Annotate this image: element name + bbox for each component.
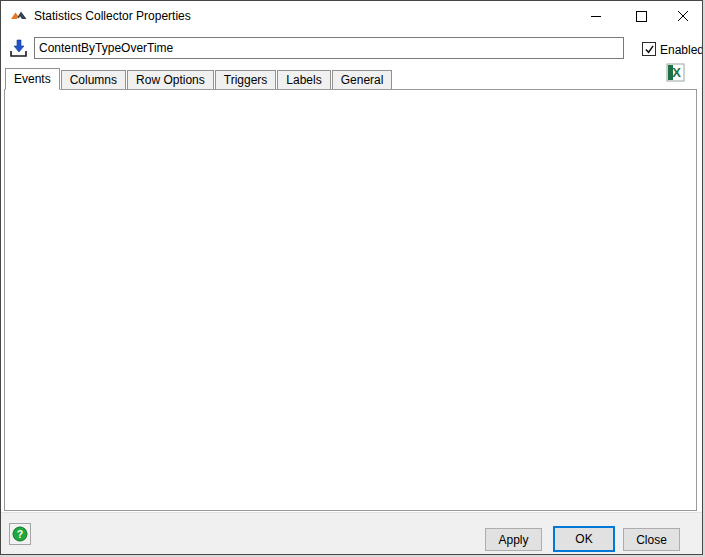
help-icon: ? xyxy=(12,526,28,542)
ok-button[interactable]: OK xyxy=(553,526,615,552)
apply-button[interactable]: Apply xyxy=(485,528,542,551)
tab-row-options[interactable]: Row Options xyxy=(127,70,214,89)
checkmark-icon xyxy=(644,44,655,55)
close-dialog-button[interactable]: Close xyxy=(623,528,680,551)
close-icon xyxy=(678,11,689,22)
maximize-button[interactable] xyxy=(619,1,664,31)
svg-text:?: ? xyxy=(17,528,23,540)
enabled-checkbox[interactable] xyxy=(642,42,656,56)
maximize-icon xyxy=(636,11,647,22)
title-bar: Statistics Collector Properties xyxy=(1,1,702,31)
collector-name-input[interactable] xyxy=(34,37,624,59)
minimize-icon xyxy=(591,11,602,22)
tab-events[interactable]: Events xyxy=(5,68,60,90)
events-tab-page xyxy=(4,89,697,511)
tab-triggers[interactable]: Triggers xyxy=(215,70,277,89)
tab-general[interactable]: General xyxy=(332,70,393,89)
minimize-button[interactable] xyxy=(574,1,619,31)
window-title: Statistics Collector Properties xyxy=(34,9,191,23)
close-button[interactable] xyxy=(664,1,702,31)
svg-text:X: X xyxy=(672,65,681,80)
enabled-label: Enabled xyxy=(660,43,703,57)
tab-columns[interactable]: Columns xyxy=(61,70,126,89)
help-button[interactable]: ? xyxy=(9,523,31,545)
flexsim-app-icon xyxy=(11,8,27,24)
tab-strip: Events Columns Row Options Triggers Labe… xyxy=(5,67,393,89)
insert-icon[interactable] xyxy=(9,38,29,58)
tab-labels[interactable]: Labels xyxy=(277,70,330,89)
excel-export-icon[interactable]: X xyxy=(666,63,685,82)
statistics-collector-properties-window: Statistics Collector Properties Enabled … xyxy=(0,0,703,555)
